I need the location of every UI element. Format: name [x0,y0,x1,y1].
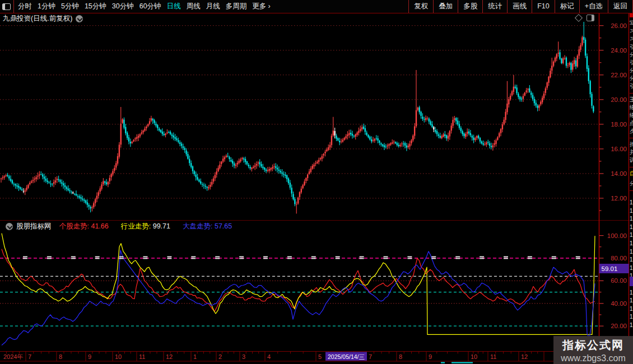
sidebar-glyph: 抟 [630,141,633,147]
sidebar-glyph: 1 [630,224,633,230]
tab-1min[interactable]: 1分钟 [38,2,55,11]
overlay-button[interactable]: 叠加 [433,0,458,13]
svg-text:9: 9 [429,353,432,360]
back-button[interactable]: 返回 [608,0,633,13]
title-right-icons [576,15,594,21]
panel-toggle-icon[interactable] [2,3,11,10]
stat-stock-trend: 个股走势: 41.66 [59,222,109,231]
stats-button[interactable]: 统计 [482,0,507,13]
watermark-url: www.zbgs3.com [553,353,633,363]
tab-30min[interactable]: 30分钟 [112,2,134,11]
stat-industry-trend: 行业走势: 99.71 [121,222,170,231]
svg-text:20.00: 20.00 [611,96,627,103]
tab-monthly[interactable]: 月线 [206,2,220,11]
tab-fenshi[interactable]: 分时 [18,2,32,11]
sidebar-glyph: 络 [630,104,633,110]
sidebar-glyph: 1 [630,322,633,328]
sidebar-glyph: 分 [630,52,633,58]
split-panel-icon[interactable] [587,15,594,21]
sidebar-glyph: 习 [630,36,633,42]
sidebar-glyph: 点 [630,120,633,126]
svg-text:12: 12 [521,353,528,360]
svg-text:16.00: 16.00 [611,146,627,152]
svg-text:3: 3 [242,353,245,360]
indicator-header: 股朋指标网 个股走势: 41.66 行业走势: 99.71 大盘走势: 57.6… [2,222,244,231]
sidebar-glyph: 1 [630,297,633,304]
svg-text:12: 12 [166,353,173,360]
tab-5min[interactable]: 5分钟 [61,2,79,11]
svg-text:2: 2 [218,353,222,360]
tab-15min[interactable]: 15分钟 [85,2,106,11]
trading-app-window: { "topbar": { "tabs": [ {"label":"分时","a… [0,0,633,364]
stat-value: 57.65 [215,222,232,230]
svg-text:7: 7 [369,353,372,360]
svg-text:9: 9 [88,353,91,360]
tab-daily[interactable]: 日线 [167,2,181,11]
stat-label: 大盘走势: [183,222,212,230]
svg-text:10: 10 [115,353,122,360]
svg-text:12.00: 12.00 [611,195,627,202]
stat-label: 行业走势: [121,222,151,230]
svg-text:2025/05/14/三: 2025/05/14/三 [328,353,365,360]
sidebar-glyph: 1 [630,249,633,255]
sidebar-glyph: 1 [630,314,633,320]
tab-multi-period[interactable]: 多周期 [226,2,247,11]
svg-text:18.00: 18.00 [611,121,627,128]
sidebar-divider [630,138,633,138]
svg-text:24.00: 24.00 [611,47,627,54]
multi-stock-button[interactable]: 多股 [458,0,482,13]
sidebar-glyph: 习 [630,28,633,34]
svg-text:60.00: 60.00 [611,277,627,284]
sidebar-divider [630,13,633,17]
sidebar-glyph: 1 [630,208,633,214]
sidebar-glyph: 夕 [630,128,633,134]
sidebar-glyph: 1 [630,216,633,222]
sidebar-glyph: 1 [630,290,633,296]
period-toolbar: 分时 1分钟 5分钟 15分钟 30分钟 60分钟 日线 周线 月线 多周期 更… [0,0,633,13]
sidebar-glyph: 1 [630,232,633,238]
sidebar-divider [630,190,633,191]
sidebar-divider [630,277,633,286]
sidebar-glyph: 自 [630,170,633,176]
stat-label: 个股走势: [59,222,89,230]
svg-text:7: 7 [28,353,31,360]
draw-line-button[interactable]: 画线 [507,0,532,13]
chart-canvas[interactable]: 12.0014.0016.0018.0020.0022.0024.0026.00… [0,0,633,364]
tab-weekly[interactable]: 周线 [187,2,201,11]
chevron-down-icon[interactable] [6,223,13,230]
tab-60min[interactable]: 60分钟 [139,2,161,11]
svg-text:4: 4 [267,353,271,360]
sidebar-glyph: 1 [630,256,633,263]
sidebar-glyph: 络 [630,112,633,118]
svg-text:2024年: 2024年 [3,353,23,360]
chevron-down-icon[interactable] [76,15,83,22]
svg-text:5: 5 [318,353,322,360]
diamond-icon[interactable] [575,14,583,22]
svg-text:59.01: 59.01 [602,265,618,272]
sidebar-glyph: 引 [630,83,633,89]
svg-text:8: 8 [59,353,62,360]
svg-text:10: 10 [471,353,477,360]
chart-title-row: 九鼎投资(日线.前复权) [3,14,83,24]
add-watchlist-button[interactable]: +自选 [579,0,608,13]
f10-button[interactable]: F10 [532,0,555,13]
svg-text:26.00: 26.00 [611,22,627,29]
adjust-button[interactable]: 复权 [408,0,433,13]
sidebar-glyph: 引 [630,59,633,66]
sidebar-glyph: 写 [630,20,633,26]
svg-text:11: 11 [139,353,145,360]
sidebar-glyph: 并 [630,149,633,155]
stat-value: 99.71 [153,222,170,230]
stock-title: 九鼎投资(日线.前复权) [3,14,72,24]
right-sidebar-strip[interactable]: 写习习引分引分分引王络络点夕抟并训自分1111111111111111 [630,13,633,336]
svg-text:40.00: 40.00 [611,300,627,307]
sidebar-glyph: 引 [630,44,633,50]
tab-more[interactable]: 更多 › [252,2,271,11]
svg-text:14.00: 14.00 [611,170,627,177]
stat-value: 41.66 [91,222,108,230]
sidebar-glyph: 1 [630,240,633,246]
sidebar-divider [630,93,633,94]
svg-text:22.00: 22.00 [611,72,627,78]
sidebar-glyph: 1 [630,199,633,206]
mark-button[interactable]: 标记 [555,0,579,13]
